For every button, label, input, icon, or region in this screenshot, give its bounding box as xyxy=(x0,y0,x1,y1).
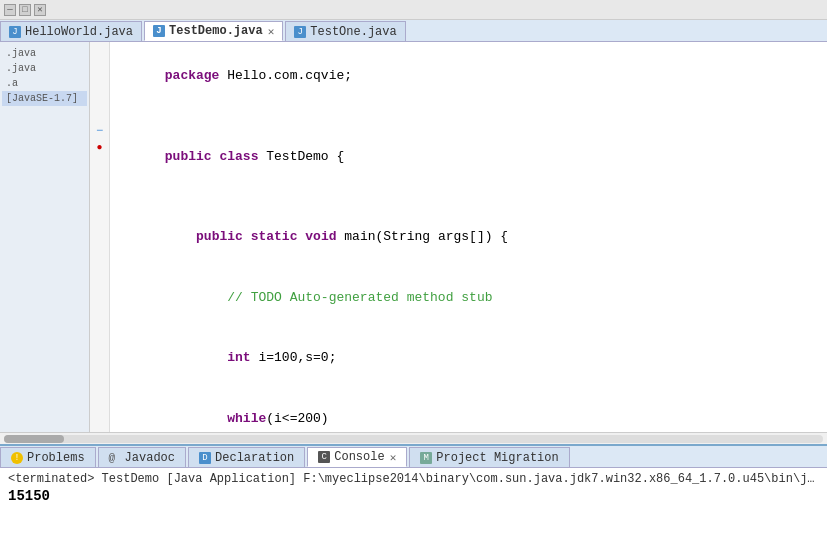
code-line-1: package Hello.com.cqvie; xyxy=(118,46,819,106)
java-file-icon-2: J xyxy=(153,25,165,37)
console-terminated-line: <terminated> TestDemo [Java Application]… xyxy=(8,472,819,486)
minimize-button[interactable]: — xyxy=(4,4,16,16)
tab-console[interactable]: C Console ✕ xyxy=(307,447,407,467)
sidebar-item-a[interactable]: .a xyxy=(2,76,87,91)
kw-package: package xyxy=(165,68,220,83)
collapse-icon[interactable]: − xyxy=(93,124,107,138)
code-line-2 xyxy=(118,106,819,126)
editor-main-area: .java .java .a [JavaSE-1.7] − ● package … xyxy=(0,42,827,432)
console-icon: C xyxy=(318,451,330,463)
sidebar: .java .java .a [JavaSE-1.7] xyxy=(0,42,90,432)
tab-label-declaration: Declaration xyxy=(215,451,294,465)
breakpoint-icon[interactable]: ● xyxy=(93,140,107,154)
code-line-4 xyxy=(118,187,819,207)
maximize-button[interactable]: □ xyxy=(19,4,31,16)
sidebar-item-java2[interactable]: .java xyxy=(2,61,87,76)
console-close-button[interactable]: ✕ xyxy=(390,451,397,464)
java-file-icon: J xyxy=(9,26,21,38)
code-line-6: // TODO Auto-generated method stub xyxy=(118,268,819,328)
tab-helloworldjava[interactable]: J HelloWorld.java xyxy=(0,21,142,41)
scrollbar-thumb[interactable] xyxy=(4,435,64,443)
code-line-8: while(i<=200) xyxy=(118,388,819,432)
problems-icon: ! xyxy=(11,452,23,464)
code-line-5: public static void main(String args[]) { xyxy=(118,207,819,267)
editor-tab-bar: J HelloWorld.java J TestDemo.java ✕ J Te… xyxy=(0,20,827,42)
tab-testonejava[interactable]: J TestOne.java xyxy=(285,21,405,41)
tab-declaration[interactable]: D Declaration xyxy=(188,447,305,467)
tab-label-testonejava: TestOne.java xyxy=(310,25,396,39)
tab-label-testdemojava: TestDemo.java xyxy=(169,24,263,38)
code-gutter: − ● xyxy=(90,42,110,432)
bottom-tab-bar: ! Problems @ Javadoc D Declaration C Con… xyxy=(0,446,827,468)
tab-label-javadoc: Javadoc xyxy=(125,451,175,465)
bottom-panel: ! Problems @ Javadoc D Declaration C Con… xyxy=(0,444,827,552)
tab-problems[interactable]: ! Problems xyxy=(0,447,96,467)
declaration-icon: D xyxy=(199,452,211,464)
javadoc-icon: @ xyxy=(109,452,121,464)
tab-label-problems: Problems xyxy=(27,451,85,465)
sidebar-item-javase[interactable]: [JavaSE-1.7] xyxy=(2,91,87,106)
scrollbar-track xyxy=(4,435,823,443)
console-output: 15150 xyxy=(8,488,819,504)
code-line-3: public class TestDemo { xyxy=(118,127,819,187)
console-content: <terminated> TestDemo [Java Application]… xyxy=(0,468,827,552)
tab-label-helloworldjava: HelloWorld.java xyxy=(25,25,133,39)
horizontal-scrollbar[interactable] xyxy=(0,432,827,444)
tab-label-project-migration: Project Migration xyxy=(436,451,558,465)
code-line-7: int i=100,s=0; xyxy=(118,328,819,388)
code-editor[interactable]: package Hello.com.cqvie; public class Te… xyxy=(110,42,827,432)
tab-project-migration[interactable]: M Project Migration xyxy=(409,447,569,467)
tab-testdemojava[interactable]: J TestDemo.java ✕ xyxy=(144,21,283,41)
close-button[interactable]: ✕ xyxy=(34,4,46,16)
sidebar-item-java1[interactable]: .java xyxy=(2,46,87,61)
migration-icon: M xyxy=(420,452,432,464)
java-file-icon-3: J xyxy=(294,26,306,38)
window-controls: — □ ✕ xyxy=(0,0,827,20)
tab-javadoc[interactable]: @ Javadoc xyxy=(98,447,186,467)
tab-close-testdemojava[interactable]: ✕ xyxy=(268,25,275,38)
tab-label-console: Console xyxy=(334,450,384,464)
